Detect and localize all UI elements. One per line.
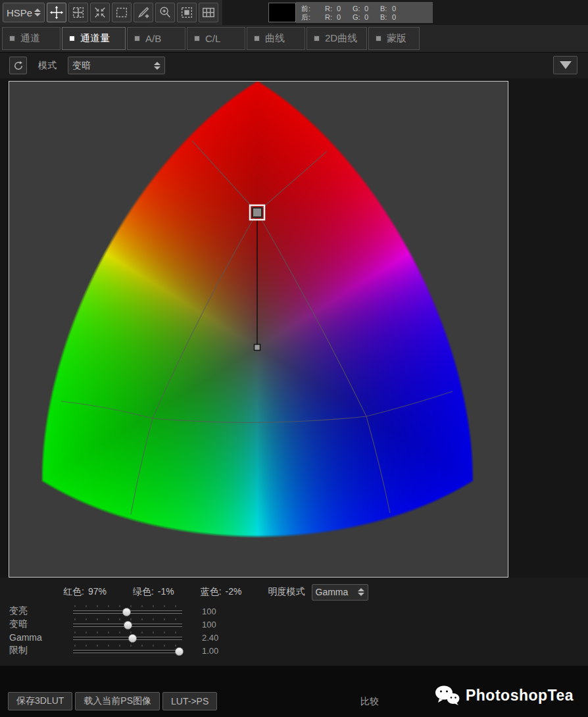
slider-row-limit: 限制 1.00 [0,644,588,657]
before-label: 前: [301,5,318,12]
wechat-icon [434,684,460,706]
color-marker-handle[interactable] [253,208,262,217]
collapse-panel-button[interactable] [553,56,577,74]
mesh-line [257,151,327,212]
after-label: 后: [301,13,318,21]
marquee-tool-button[interactable] [112,3,132,22]
collapse-tool-button[interactable] [90,3,110,22]
slider-ticks [74,618,181,620]
pan-icon [49,5,64,20]
app-selector-label: HSPe [7,7,32,18]
gamut-overlay [9,82,508,577]
slider-ticks [74,605,181,607]
luma-mode-dropdown[interactable]: Gamma [312,584,368,601]
tab-mask[interactable]: 蒙版 [368,27,420,50]
tab-indicator-icon [254,36,260,41]
tool-group: HSPe [0,0,222,25]
mode-row: 模式 变暗 [0,53,588,78]
tab-indicator-icon [314,36,320,41]
sample-area-icon [180,5,194,20]
mesh-line [192,141,257,212]
slider-handle[interactable] [128,634,137,643]
grid-icon [201,5,216,20]
visualization-section [0,78,588,578]
tab-2d-curves[interactable]: 2D曲线 [306,27,367,50]
brand-logo: PhotoshopTea [434,684,574,706]
grid-view-tool-button[interactable] [199,3,218,22]
load-ps-image-button[interactable]: 载入当前PS图像 [75,692,160,710]
mesh-line [257,212,366,416]
spinner-arrows-icon [358,588,364,596]
slider-handle[interactable] [124,621,132,630]
reset-button[interactable] [9,57,27,74]
slider-ticks [74,645,181,647]
tab-curves[interactable]: 曲线 [247,27,305,50]
footer-bar: 保存3DLUT 载入当前PS图像 LUT->PS 比较 PhotoshopTea [0,666,588,717]
tab-strip: 通道 通道量 A/B C/L 曲线 2D曲线 蒙版 [0,25,588,53]
app-selector-dropdown[interactable]: HSPe [3,3,45,22]
slider-row-darken: 变暗 100 [0,618,588,631]
eyedropper-tool-button[interactable] [134,3,153,22]
eyedropper-plus-icon [136,5,151,20]
tab-indicator-icon [69,36,75,41]
spinner-arrows-icon [34,9,41,16]
color-info-after-row: 后: R:0 G:0 B:0 [301,13,433,21]
toolbar: HSPe [0,0,588,25]
zoom-tool-button[interactable] [155,3,175,22]
marquee-icon [114,5,129,20]
triangle-down-icon [560,61,572,69]
luma-mode-value: Gamma [316,587,349,597]
slider-handle[interactable] [175,647,184,656]
tab-indicator-icon [194,36,200,41]
expand-icon [71,5,86,20]
tab-indicator-icon [9,36,15,41]
mode-dropdown[interactable]: 变暗 [68,57,165,74]
refresh-icon [12,60,24,72]
gamut-panel [9,81,508,578]
slider-track[interactable] [73,650,182,653]
channel-status-row: 红色:97% 绿色:-1% 蓝色:-2% 明度模式 Gamma [0,583,588,601]
red-status: 红色:97% [63,586,107,598]
tab-channel-amount[interactable]: 通道量 [62,27,126,50]
sample-area-tool-button[interactable] [177,3,197,22]
mesh-line [61,401,153,418]
limit-slider[interactable] [73,644,182,657]
anchor-handle[interactable] [255,345,260,351]
mesh-line [131,418,153,514]
mode-label: 模式 [38,60,57,72]
mesh-line [366,416,390,513]
slider-row-brighten: 变亮 100 [0,605,588,618]
compare-button[interactable]: 比较 [360,696,379,708]
slider-group: 变亮 100 变暗 100 Gamma 2.40 [0,605,588,657]
darken-slider[interactable] [73,618,182,631]
tab-indicator-icon [376,36,381,41]
brand-name: PhotoshopTea [466,687,574,705]
tab-channels[interactable]: 通道 [2,27,61,50]
slider-handle[interactable] [122,608,131,616]
gamma-slider[interactable] [73,631,182,644]
mesh-line [366,391,453,416]
spinner-arrows-icon [154,62,160,70]
green-status: 绿色:-1% [133,586,174,598]
slider-ticks [74,631,181,633]
slider-row-gamma: Gamma 2.40 [0,631,588,644]
mesh-line [153,416,366,422]
tab-ab[interactable]: A/B [127,27,185,50]
luma-mode-label: 明度模式 [268,586,305,598]
mode-value: 变暗 [72,60,91,72]
zoom-plus-icon [158,5,172,20]
collapse-icon [93,5,107,20]
save-3dlut-button[interactable]: 保存3DLUT [8,692,72,710]
tab-indicator-icon [134,36,140,41]
expand-tool-button[interactable] [68,3,88,22]
controls-section: 红色:97% 绿色:-1% 蓝色:-2% 明度模式 Gamma 变亮 100 变… [0,578,588,666]
color-info-panel: 前: R:0 G:0 B:0 后: R:0 G:0 B:0 [296,2,433,23]
color-info-before-row: 前: R:0 G:0 B:0 [301,5,433,12]
blue-status: 蓝色:-2% [201,586,242,598]
pan-tool-button[interactable] [47,3,66,22]
mesh-line [153,212,257,418]
lut-to-ps-button[interactable]: LUT->PS [162,692,217,710]
current-color-swatch[interactable] [268,3,296,22]
tab-cl[interactable]: C/L [187,27,245,50]
brighten-slider[interactable] [73,605,182,618]
